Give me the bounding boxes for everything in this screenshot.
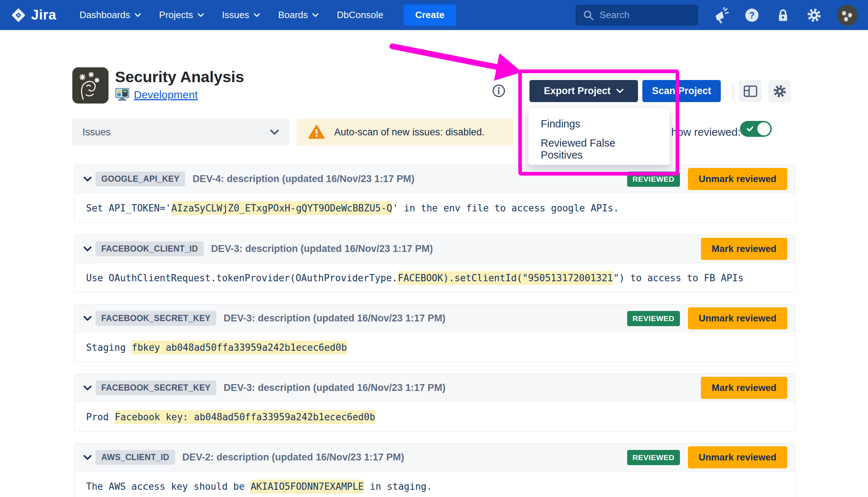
unmark-reviewed-button[interactable]: Unmark reviewed bbox=[688, 446, 787, 468]
snowflake-avatar-art bbox=[839, 7, 855, 23]
secret-highlight: FACEBOOK).setClientId("950513172001321 bbox=[397, 271, 613, 285]
export-dropdown-menu: Findings Reviewed False Positives bbox=[528, 108, 670, 165]
issues-filter-value: Issues bbox=[82, 127, 270, 138]
warning-text: Auto-scan of new issues: disabled. bbox=[334, 127, 485, 138]
finding-title: DEV-3: description (updated 16/Nov/23 1:… bbox=[224, 382, 446, 393]
finding-title: DEV-2: description (updated 16/Nov/23 1:… bbox=[182, 452, 404, 463]
lock-icon[interactable] bbox=[775, 7, 791, 24]
help-icon[interactable]: ? bbox=[744, 7, 760, 24]
finding-title: DEV-3: description (updated 16/Nov/23 1:… bbox=[224, 313, 446, 324]
secret-highlight: AKIAIO5FODNN7EXAMPLE bbox=[250, 480, 364, 493]
secret-highlight: Facebook key: ab048ad50ffa33959a242b1ece… bbox=[114, 410, 375, 424]
chevron-down-icon bbox=[197, 13, 204, 17]
issues-filter-select[interactable]: Issues bbox=[72, 119, 289, 146]
reviewed-badge: REVIEWED bbox=[627, 450, 680, 465]
chevron-down-icon[interactable] bbox=[80, 246, 95, 252]
toggle-knob bbox=[757, 122, 770, 135]
finding-header[interactable]: GOOGLE_API_KEY DEV-4: description (updat… bbox=[75, 165, 795, 193]
check-icon bbox=[745, 124, 755, 134]
divider bbox=[733, 83, 733, 100]
annotation-arrow-head bbox=[494, 53, 522, 81]
finding-card: AWS_CLIENT_ID DEV-2: description (update… bbox=[74, 443, 796, 497]
jira-logo-icon bbox=[10, 7, 27, 24]
finding-card: FACEBOOK_SECRET_KEY DEV-3: description (… bbox=[74, 374, 796, 431]
page-title: Security Analysis bbox=[115, 68, 244, 86]
chevron-down-icon[interactable] bbox=[80, 316, 95, 321]
mark-reviewed-button[interactable]: Mark reviewed bbox=[701, 238, 787, 260]
unmark-reviewed-button[interactable]: Unmark reviewed bbox=[688, 307, 787, 329]
announcement-icon[interactable] bbox=[712, 7, 729, 24]
finding-snippet: Set API_TOKEN='AIzaSyCLWjZ0_ETxgPOxH-gQY… bbox=[75, 193, 795, 223]
chevron-down-icon bbox=[254, 13, 260, 17]
security-analysis-page: Jira Dashboards Projects Issues Boards D… bbox=[0, 0, 868, 497]
finding-rule-chip: AWS_CLIENT_ID bbox=[95, 450, 175, 465]
nav-item-dbconsole[interactable]: DbConsole bbox=[337, 9, 383, 21]
chevron-down-icon[interactable] bbox=[80, 385, 95, 391]
brand-name: Jira bbox=[31, 7, 56, 23]
scan-project-button[interactable]: Scan Project bbox=[642, 80, 721, 102]
finding-header[interactable]: FACEBOOK_CLIENT_ID DEV-3: description (u… bbox=[75, 235, 795, 263]
finding-snippet: Prod Facebook key: ab048ad50ffa33959a242… bbox=[75, 402, 795, 431]
reviewed-badge: REVIEWED bbox=[627, 311, 680, 326]
project-avatar bbox=[72, 67, 109, 104]
export-project-button[interactable]: Export Project bbox=[529, 80, 638, 102]
finding-title: DEV-4: description (updated 16/Nov/23 1:… bbox=[192, 173, 414, 185]
secret-highlight: AIzaSyCLWjZ0_ETxgPOxH-gQYT9ODeWcBBZU5-Q bbox=[171, 201, 392, 215]
nav-item-projects[interactable]: Projects bbox=[159, 9, 204, 21]
menu-item-findings[interactable]: Findings bbox=[528, 111, 669, 136]
project-type-icon bbox=[115, 88, 129, 102]
autoscan-warning-banner: Auto-scan of new issues: disabled. bbox=[297, 119, 514, 146]
search-icon bbox=[582, 9, 595, 21]
finding-snippet: The AWS access key should be AKIAIO5FODN… bbox=[75, 472, 795, 497]
secret-highlight: fbkey ab048ad50ffa33959a242b1ecec6ed0b bbox=[131, 341, 347, 354]
chevron-down-icon[interactable] bbox=[80, 176, 95, 182]
reviewed-badge: REVIEWED bbox=[627, 172, 680, 187]
mark-reviewed-button[interactable]: Mark reviewed bbox=[701, 377, 787, 399]
finding-snippet: Use OAuthClientRequest.tokenProvider(OAu… bbox=[75, 263, 795, 292]
chevron-down-icon[interactable] bbox=[80, 455, 95, 460]
finding-rule-chip: FACEBOOK_CLIENT_ID bbox=[95, 241, 204, 256]
chevron-down-icon bbox=[312, 13, 319, 17]
info-icon[interactable] bbox=[490, 83, 507, 100]
gear-icon[interactable] bbox=[768, 80, 791, 102]
layout-panel-icon[interactable] bbox=[739, 80, 762, 102]
chevron-down-icon bbox=[135, 13, 141, 17]
top-nav: Jira Dashboards Projects Issues Boards D… bbox=[0, 0, 868, 30]
annotation-arrow-shaft bbox=[392, 46, 498, 67]
show-reviewed-label: how reviewed: bbox=[671, 122, 741, 143]
unmark-reviewed-button[interactable]: Unmark reviewed bbox=[688, 168, 787, 190]
nav-item-boards[interactable]: Boards bbox=[278, 9, 319, 21]
nav-item-issues[interactable]: Issues bbox=[222, 9, 260, 21]
gear-icon[interactable] bbox=[806, 7, 822, 24]
finding-card: FACEBOOK_CLIENT_ID DEV-3: description (u… bbox=[74, 235, 796, 292]
create-button[interactable]: Create bbox=[404, 4, 456, 26]
nav-item-dashboards[interactable]: Dashboards bbox=[80, 9, 141, 21]
finding-rule-chip: FACEBOOK_SECRET_KEY bbox=[95, 380, 216, 395]
finding-header[interactable]: AWS_CLIENT_ID DEV-2: description (update… bbox=[75, 443, 795, 472]
finding-rule-chip: FACEBOOK_SECRET_KEY bbox=[95, 311, 216, 326]
menu-item-reviewed-false-positives[interactable]: Reviewed False Positives bbox=[528, 136, 669, 162]
finding-snippet: Staging fbkey ab048ad50ffa33959a242b1ece… bbox=[75, 333, 795, 362]
chevron-down-icon bbox=[616, 89, 624, 93]
jira-logo[interactable]: Jira bbox=[10, 7, 56, 24]
finding-title: DEV-3: description (updated 16/Nov/23 1:… bbox=[211, 243, 433, 254]
project-link-development[interactable]: Development bbox=[134, 89, 198, 101]
warning-triangle-icon bbox=[308, 125, 325, 140]
finding-card: FACEBOOK_SECRET_KEY DEV-3: description (… bbox=[74, 304, 796, 362]
search-input[interactable] bbox=[600, 9, 692, 21]
finding-rule-chip: GOOGLE_API_KEY bbox=[95, 172, 185, 186]
user-avatar[interactable] bbox=[837, 5, 858, 26]
svg-text:?: ? bbox=[749, 10, 755, 20]
finding-header[interactable]: FACEBOOK_SECRET_KEY DEV-3: description (… bbox=[75, 374, 795, 402]
chevron-down-icon bbox=[270, 129, 279, 135]
show-reviewed-toggle[interactable] bbox=[740, 121, 772, 137]
global-search[interactable] bbox=[576, 5, 698, 25]
finding-card: GOOGLE_API_KEY DEV-4: description (updat… bbox=[74, 165, 796, 223]
finding-header[interactable]: FACEBOOK_SECRET_KEY DEV-3: description (… bbox=[75, 304, 795, 333]
